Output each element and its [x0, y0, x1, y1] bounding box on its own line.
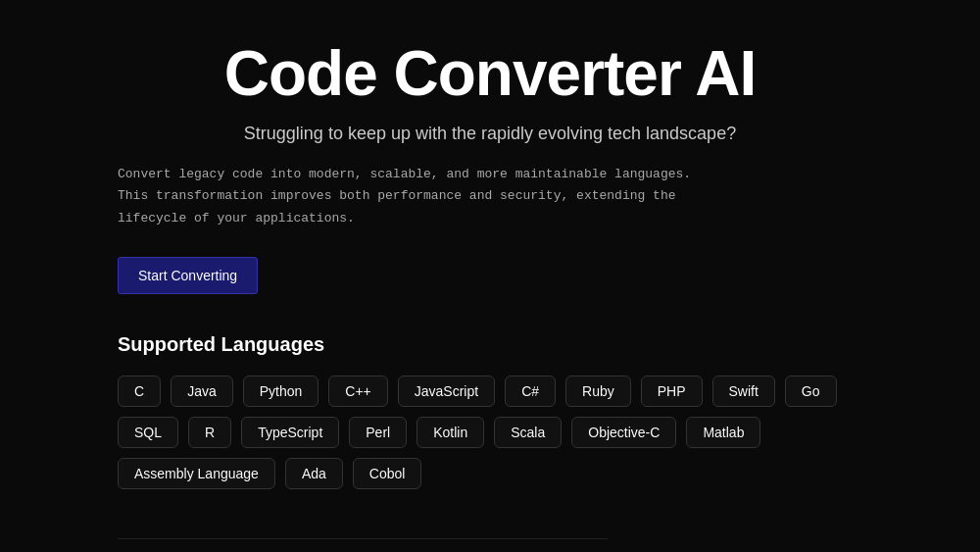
language-tag[interactable]: C++: [328, 376, 387, 407]
start-converting-button[interactable]: Start Converting: [118, 257, 258, 294]
supported-languages-heading: Supported Languages: [118, 333, 862, 356]
language-tag[interactable]: Cobol: [353, 458, 422, 489]
language-tag[interactable]: C#: [505, 376, 556, 407]
language-tags-container: CJavaPythonC++JavaScriptC#RubyPHPSwiftGo…: [118, 376, 862, 489]
language-tag[interactable]: Go: [785, 376, 837, 407]
language-tag[interactable]: Swift: [712, 376, 775, 407]
language-tag[interactable]: SQL: [118, 417, 178, 448]
language-tag[interactable]: PHP: [641, 376, 703, 407]
language-tag[interactable]: Ada: [285, 458, 343, 489]
language-tag[interactable]: C: [118, 376, 161, 407]
language-tag[interactable]: TypeScript: [241, 417, 339, 448]
language-tag[interactable]: Java: [171, 376, 233, 407]
language-tag[interactable]: Ruby: [565, 376, 631, 407]
language-tag[interactable]: R: [188, 417, 231, 448]
language-tag[interactable]: Matlab: [686, 417, 760, 448]
language-tag[interactable]: Python: [243, 376, 319, 407]
language-tag[interactable]: Objective-C: [571, 417, 676, 448]
hero-subtitle: Struggling to keep up with the rapidly e…: [118, 124, 862, 144]
hero-description: Convert legacy code into modern, scalabl…: [118, 164, 706, 228]
language-tag[interactable]: Perl: [349, 417, 407, 448]
language-tag[interactable]: Assembly Language: [118, 458, 275, 489]
language-tag[interactable]: Kotlin: [416, 417, 484, 448]
language-tag[interactable]: JavaScript: [398, 376, 495, 407]
language-tag[interactable]: Scala: [494, 417, 562, 448]
page-title: Code Converter AI: [118, 39, 862, 108]
info-section: Code Converter minimizes the time spent …: [118, 538, 608, 552]
